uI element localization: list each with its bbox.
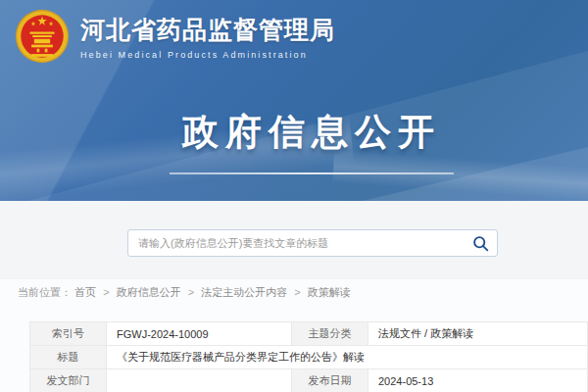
breadcrumb: 当前位置： 首页 > 政府信息公开 > 法定主动公开内容 > 政策解读 xyxy=(18,285,351,300)
breadcrumb-separator: > xyxy=(103,286,109,298)
issuing-department-value xyxy=(107,369,292,392)
index-number-label: 索引号 xyxy=(30,322,107,346)
search-icon xyxy=(472,235,489,252)
content-section: 当前位置： 首页 > 政府信息公开 > 法定主动公开内容 > 政策解读 索引号 … xyxy=(0,279,588,392)
subject-category-value: 法规文件 / 政策解读 xyxy=(368,322,588,346)
org-name-en: Hebei Medical Products Administration xyxy=(80,50,335,60)
search-box xyxy=(127,229,498,257)
org-name-cn: 河北省药品监督管理局 xyxy=(80,14,335,46)
table-row: 索引号 FGWJ-2024-10009 主题分类 法规文件 / 政策解读 xyxy=(30,322,588,346)
document-info-table: 索引号 FGWJ-2024-10009 主题分类 法规文件 / 政策解读 标题 … xyxy=(29,321,588,392)
banner: 河北省药品监督管理局 Hebei Medical Products Admini… xyxy=(0,0,588,201)
publish-date-value: 2024-05-13 xyxy=(368,369,588,392)
breadcrumb-item-home[interactable]: 首页 xyxy=(74,286,96,298)
header-home-link[interactable]: 河北省药品监督管理局 Hebei Medical Products Admini… xyxy=(14,8,335,65)
header-text: 河北省药品监督管理局 Hebei Medical Products Admini… xyxy=(80,14,335,60)
table-row: 标题 《关于规范医疗器械产品分类界定工作的公告》解读 xyxy=(30,346,588,369)
title-label: 标题 xyxy=(30,346,107,369)
breadcrumb-item-policy-interpretation[interactable]: 政策解读 xyxy=(308,286,351,298)
search-input[interactable] xyxy=(128,230,464,256)
breadcrumb-label: 当前位置： xyxy=(18,286,72,298)
banner-underline xyxy=(170,172,454,174)
banner-title-wrap: 政府信息公开 xyxy=(18,108,588,174)
subject-category-label: 主题分类 xyxy=(292,322,368,346)
breadcrumb-separator: > xyxy=(188,286,194,298)
publish-date-label: 发布日期 xyxy=(292,369,368,392)
issuing-department-label: 发文部门 xyxy=(30,369,107,392)
page-title: 政府信息公开 xyxy=(182,108,441,157)
china-national-emblem-icon xyxy=(14,8,71,65)
search-section xyxy=(0,201,588,279)
index-number-value: FGWJ-2024-10009 xyxy=(107,322,292,346)
title-value: 《关于规范医疗器械产品分类界定工作的公告》解读 xyxy=(107,346,588,369)
breadcrumb-item-statutory-content[interactable]: 法定主动公开内容 xyxy=(201,286,287,298)
table-row: 发文部门 发布日期 2024-05-13 xyxy=(30,369,588,392)
breadcrumb-item-info-disclosure[interactable]: 政府信息公开 xyxy=(117,286,181,298)
page: 河北省药品监督管理局 Hebei Medical Products Admini… xyxy=(0,0,588,392)
breadcrumb-separator: > xyxy=(294,286,300,298)
search-button[interactable] xyxy=(464,230,497,256)
